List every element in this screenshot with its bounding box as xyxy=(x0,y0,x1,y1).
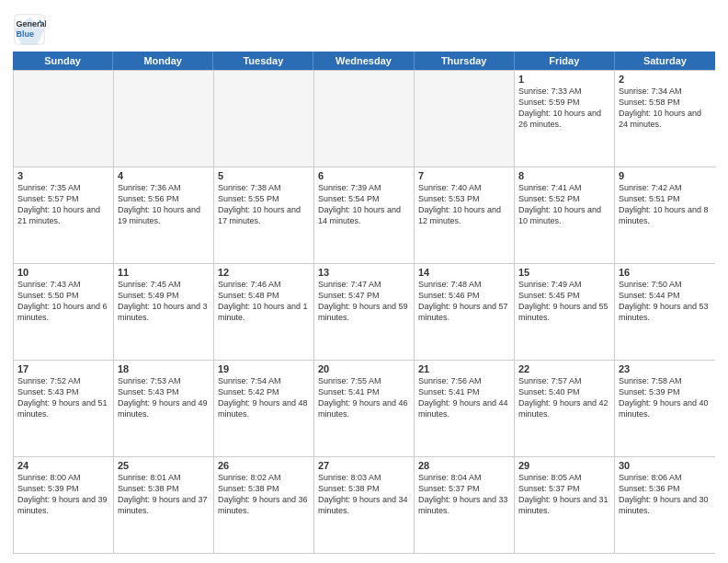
calendar-row-1: 1Sunrise: 7:33 AMSunset: 5:59 PMDaylight… xyxy=(14,70,715,167)
calendar-row-4: 17Sunrise: 7:52 AMSunset: 5:43 PMDayligh… xyxy=(14,360,715,456)
day-number: 30 xyxy=(619,460,711,471)
calendar-cell xyxy=(314,71,415,167)
calendar-cell: 13Sunrise: 7:47 AMSunset: 5:47 PMDayligh… xyxy=(314,264,415,360)
day-number: 1 xyxy=(518,74,610,85)
calendar-cell: 15Sunrise: 7:49 AMSunset: 5:45 PMDayligh… xyxy=(515,264,615,360)
day-number: 11 xyxy=(118,267,210,278)
calendar-cell: 6Sunrise: 7:39 AMSunset: 5:54 PMDaylight… xyxy=(314,167,415,263)
cell-details: Sunrise: 7:50 AMSunset: 5:44 PMDaylight:… xyxy=(619,279,711,324)
day-number: 22 xyxy=(518,363,610,374)
calendar-cell: 21Sunrise: 7:56 AMSunset: 5:41 PMDayligh… xyxy=(415,361,515,456)
cell-details: Sunrise: 7:39 AMSunset: 5:54 PMDaylight:… xyxy=(318,182,410,227)
day-number: 19 xyxy=(218,363,310,374)
day-number: 5 xyxy=(218,170,310,181)
day-number: 20 xyxy=(318,363,410,374)
cell-details: Sunrise: 7:55 AMSunset: 5:41 PMDaylight:… xyxy=(318,375,410,420)
day-number: 17 xyxy=(17,363,109,374)
calendar-cell: 20Sunrise: 7:55 AMSunset: 5:41 PMDayligh… xyxy=(314,361,415,456)
cell-details: Sunrise: 7:42 AMSunset: 5:51 PMDaylight:… xyxy=(619,182,711,227)
calendar-cell: 12Sunrise: 7:46 AMSunset: 5:48 PMDayligh… xyxy=(214,264,314,360)
calendar-cell: 7Sunrise: 7:40 AMSunset: 5:53 PMDaylight… xyxy=(415,167,515,263)
day-number: 28 xyxy=(418,460,510,471)
svg-text:Blue: Blue xyxy=(17,29,35,39)
cell-details: Sunrise: 8:01 AMSunset: 5:38 PMDaylight:… xyxy=(118,472,210,517)
calendar-cell: 30Sunrise: 8:06 AMSunset: 5:36 PMDayligh… xyxy=(615,457,715,553)
day-header-monday: Monday xyxy=(113,52,213,70)
day-header-saturday: Saturday xyxy=(615,52,715,70)
calendar-header: SundayMondayTuesdayWednesdayThursdayFrid… xyxy=(13,52,715,70)
calendar-cell: 25Sunrise: 8:01 AMSunset: 5:38 PMDayligh… xyxy=(114,457,214,553)
day-number: 10 xyxy=(17,267,109,278)
day-number: 14 xyxy=(418,267,510,278)
calendar-cell xyxy=(214,71,314,167)
day-number: 24 xyxy=(17,460,109,471)
calendar-cell: 17Sunrise: 7:52 AMSunset: 5:43 PMDayligh… xyxy=(14,361,114,456)
day-number: 16 xyxy=(619,267,711,278)
cell-details: Sunrise: 7:49 AMSunset: 5:45 PMDaylight:… xyxy=(518,279,610,324)
calendar-cell: 29Sunrise: 8:05 AMSunset: 5:37 PMDayligh… xyxy=(515,457,615,553)
calendar-cell: 27Sunrise: 8:03 AMSunset: 5:38 PMDayligh… xyxy=(314,457,415,553)
cell-details: Sunrise: 7:40 AMSunset: 5:53 PMDaylight:… xyxy=(418,182,510,227)
calendar-cell xyxy=(415,71,515,167)
calendar-row-3: 10Sunrise: 7:43 AMSunset: 5:50 PMDayligh… xyxy=(14,263,715,360)
calendar-cell: 9Sunrise: 7:42 AMSunset: 5:51 PMDaylight… xyxy=(615,167,715,263)
day-number: 13 xyxy=(318,267,410,278)
calendar-row-2: 3Sunrise: 7:35 AMSunset: 5:57 PMDaylight… xyxy=(14,167,715,263)
cell-details: Sunrise: 8:00 AMSunset: 5:39 PMDaylight:… xyxy=(17,472,109,517)
day-number: 6 xyxy=(318,170,410,181)
cell-details: Sunrise: 7:58 AMSunset: 5:39 PMDaylight:… xyxy=(619,375,711,420)
calendar-cell: 14Sunrise: 7:48 AMSunset: 5:46 PMDayligh… xyxy=(415,264,515,360)
cell-details: Sunrise: 7:52 AMSunset: 5:43 PMDaylight:… xyxy=(17,375,109,420)
day-number: 7 xyxy=(418,170,510,181)
day-number: 26 xyxy=(218,460,310,471)
header: General Blue xyxy=(13,9,715,46)
calendar-cell: 2Sunrise: 7:34 AMSunset: 5:58 PMDaylight… xyxy=(615,71,715,167)
calendar-cell: 10Sunrise: 7:43 AMSunset: 5:50 PMDayligh… xyxy=(14,264,114,360)
day-header-friday: Friday xyxy=(515,52,615,70)
day-number: 9 xyxy=(619,170,711,181)
calendar-cell: 11Sunrise: 7:45 AMSunset: 5:49 PMDayligh… xyxy=(114,264,214,360)
day-number: 2 xyxy=(619,74,711,85)
cell-details: Sunrise: 8:05 AMSunset: 5:37 PMDaylight:… xyxy=(518,472,610,517)
cell-details: Sunrise: 7:43 AMSunset: 5:50 PMDaylight:… xyxy=(17,279,109,324)
cell-details: Sunrise: 7:54 AMSunset: 5:42 PMDaylight:… xyxy=(218,375,310,420)
page: General Blue SundayMondayTuesdayWednesda… xyxy=(0,0,728,563)
calendar-cell xyxy=(114,71,214,167)
day-number: 4 xyxy=(118,170,210,181)
cell-details: Sunrise: 7:45 AMSunset: 5:49 PMDaylight:… xyxy=(118,279,210,324)
calendar-cell: 4Sunrise: 7:36 AMSunset: 5:56 PMDaylight… xyxy=(114,167,214,263)
day-number: 15 xyxy=(518,267,610,278)
cell-details: Sunrise: 7:56 AMSunset: 5:41 PMDaylight:… xyxy=(418,375,510,420)
cell-details: Sunrise: 7:48 AMSunset: 5:46 PMDaylight:… xyxy=(418,279,510,324)
logo: General Blue xyxy=(13,13,48,46)
cell-details: Sunrise: 7:57 AMSunset: 5:40 PMDaylight:… xyxy=(518,375,610,420)
calendar-cell: 16Sunrise: 7:50 AMSunset: 5:44 PMDayligh… xyxy=(615,264,715,360)
calendar-cell: 23Sunrise: 7:58 AMSunset: 5:39 PMDayligh… xyxy=(615,361,715,456)
calendar-cell: 26Sunrise: 8:02 AMSunset: 5:38 PMDayligh… xyxy=(214,457,314,553)
day-number: 29 xyxy=(518,460,610,471)
cell-details: Sunrise: 7:38 AMSunset: 5:55 PMDaylight:… xyxy=(218,182,310,227)
day-header-tuesday: Tuesday xyxy=(213,52,313,70)
calendar-cell: 22Sunrise: 7:57 AMSunset: 5:40 PMDayligh… xyxy=(515,361,615,456)
calendar-cell: 19Sunrise: 7:54 AMSunset: 5:42 PMDayligh… xyxy=(214,361,314,456)
day-header-sunday: Sunday xyxy=(13,52,113,70)
calendar-cell: 28Sunrise: 8:04 AMSunset: 5:37 PMDayligh… xyxy=(415,457,515,553)
cell-details: Sunrise: 7:36 AMSunset: 5:56 PMDaylight:… xyxy=(118,182,210,227)
day-header-wednesday: Wednesday xyxy=(313,52,414,70)
day-number: 23 xyxy=(619,363,711,374)
calendar-cell: 8Sunrise: 7:41 AMSunset: 5:52 PMDaylight… xyxy=(515,167,615,263)
calendar: SundayMondayTuesdayWednesdayThursdayFrid… xyxy=(13,52,715,554)
cell-details: Sunrise: 8:04 AMSunset: 5:37 PMDaylight:… xyxy=(418,472,510,517)
calendar-row-5: 24Sunrise: 8:00 AMSunset: 5:39 PMDayligh… xyxy=(14,456,715,553)
cell-details: Sunrise: 7:53 AMSunset: 5:43 PMDaylight:… xyxy=(118,375,210,420)
cell-details: Sunrise: 7:33 AMSunset: 5:59 PMDaylight:… xyxy=(518,86,610,131)
logo-icon: General Blue xyxy=(13,13,46,46)
day-header-thursday: Thursday xyxy=(415,52,515,70)
calendar-cell: 18Sunrise: 7:53 AMSunset: 5:43 PMDayligh… xyxy=(114,361,214,456)
cell-details: Sunrise: 8:06 AMSunset: 5:36 PMDaylight:… xyxy=(619,472,711,517)
calendar-cell xyxy=(14,71,114,167)
cell-details: Sunrise: 7:46 AMSunset: 5:48 PMDaylight:… xyxy=(218,279,310,324)
day-number: 18 xyxy=(118,363,210,374)
day-number: 3 xyxy=(17,170,109,181)
calendar-cell: 5Sunrise: 7:38 AMSunset: 5:55 PMDaylight… xyxy=(214,167,314,263)
